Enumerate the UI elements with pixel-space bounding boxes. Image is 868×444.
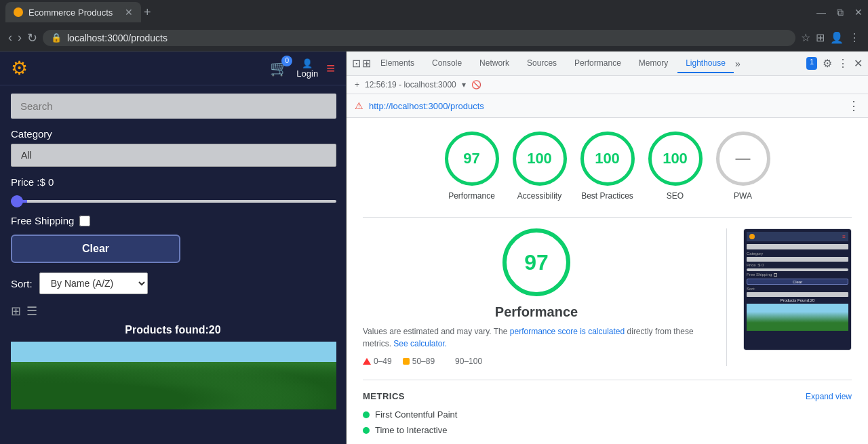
devtools-close-icon[interactable]: ✕	[854, 57, 863, 70]
score-performance: 97 Performance	[445, 132, 499, 201]
main-content: ⚙ 🛒 0 👤 Login ≡ Category All Pri	[0, 52, 868, 444]
sort-select[interactable]: By Name (A/Z)	[39, 273, 148, 294]
thumb-search	[747, 244, 848, 249]
back-button[interactable]: ‹	[8, 31, 12, 45]
grid-view-icon[interactable]: ⊞	[11, 304, 21, 319]
close-button[interactable]: ✕	[854, 7, 863, 18]
menu-icon[interactable]: ⋮	[849, 31, 860, 44]
perf-link-2: See calculator.	[393, 339, 447, 348]
metric-tti-label: Time to Interactive	[375, 425, 447, 435]
bookmark-icon[interactable]: ☆	[801, 31, 810, 44]
expand-button[interactable]: Expand view	[806, 392, 852, 401]
new-tab-button[interactable]: +	[144, 5, 151, 20]
lighthouse-add-icon[interactable]: +	[355, 80, 359, 89]
forward-button[interactable]: ›	[18, 31, 22, 45]
clear-button[interactable]: Clear	[11, 235, 180, 263]
perf-score-large: 97	[524, 250, 549, 275]
score-label-best-practices: Best Practices	[581, 191, 633, 201]
hamburger-menu[interactable]: ≡	[326, 60, 335, 77]
cart-badge: 0	[281, 56, 292, 66]
lighthouse-more-icon[interactable]: ⋮	[848, 98, 860, 113]
category-select[interactable]: All	[11, 144, 336, 167]
thumb-logo	[749, 234, 755, 239]
lighthouse-toolbar: + 12:56:19 - localhost:3000 ▾ 🚫	[347, 76, 868, 94]
tab-elements[interactable]: Elements	[372, 54, 422, 73]
devtools-more-icon[interactable]: ⋮	[837, 57, 848, 70]
product-image	[11, 342, 336, 409]
thumb-category: Category	[747, 251, 848, 256]
score-circle-accessibility: 100	[513, 132, 567, 186]
tab-network[interactable]: Network	[471, 54, 517, 73]
browser-window: Ecommerce Products ✕ + — ⧉ ✕ ‹ › ↻ 🔒 loc…	[0, 0, 868, 52]
url-bar[interactable]: 🔒 localhost:3000/products	[43, 30, 795, 46]
thumbnail-content: ≡ Category Price :$ 0 Free Shipping Clea…	[744, 229, 851, 350]
thumb-slider	[747, 268, 848, 271]
devtools-icons: 1 ⚙ ⋮ ✕	[806, 57, 863, 70]
shipping-row: Free Shipping	[11, 215, 335, 226]
legend-row: 0–49 50–89 90–100	[363, 357, 710, 366]
settings-icon[interactable]: ⚙	[823, 57, 832, 70]
score-value-best-practices: 100	[595, 150, 620, 167]
thumb-shipping: Free Shipping	[747, 273, 848, 277]
scores-row: 97 Performance 100 Accessibility 100 Bes…	[363, 132, 852, 201]
legend-fail: 0–49	[363, 357, 392, 366]
login-button[interactable]: 👤 Login	[296, 58, 318, 79]
browser-tab-ecommerce[interactable]: Ecommerce Products ✕	[5, 2, 141, 22]
search-input[interactable]	[11, 94, 336, 119]
tab-lighthouse[interactable]: Lighthouse	[677, 54, 734, 73]
site-panel: ⚙ 🛒 0 👤 Login ≡ Category All Pri	[0, 52, 346, 444]
free-shipping-checkbox[interactable]	[79, 216, 90, 226]
devtools-undock-icon[interactable]: ⊞	[362, 57, 371, 70]
perf-score-link[interactable]: performance score is calculated	[510, 327, 625, 336]
tab-performance[interactable]: Performance	[566, 54, 629, 73]
price-label: Price :$ 0	[11, 176, 335, 188]
category-label: Category	[11, 128, 335, 140]
lighthouse-url-text: http://localhost:3000/products	[369, 101, 484, 111]
score-value-seo: 100	[663, 150, 688, 167]
reload-button[interactable]: ↻	[27, 31, 37, 45]
perf-desc: Values are estimated and may vary. The p…	[363, 325, 710, 350]
forest-scene	[11, 342, 336, 409]
perf-desc-start: Values are estimated and may vary. The	[363, 327, 510, 336]
score-accessibility: 100 Accessibility	[513, 132, 567, 201]
tab-close-button[interactable]: ✕	[125, 7, 133, 18]
tab-title: Ecommerce Products	[28, 7, 113, 18]
score-pwa: — PWA	[716, 132, 770, 201]
lighthouse-content: 97 Performance 100 Accessibility 100 Bes…	[347, 118, 868, 444]
perf-detail: 97 Performance Values are estimated and …	[363, 228, 852, 366]
metric-fcp-dot	[363, 411, 370, 418]
more-tabs-icon[interactable]: »	[735, 58, 741, 69]
shipping-label: Free Shipping	[11, 215, 74, 226]
legend-fail-icon	[363, 358, 371, 365]
perf-title: Performance	[363, 304, 710, 320]
calculator-link[interactable]: See calculator.	[393, 339, 447, 348]
list-view-icon[interactable]: ☰	[26, 304, 37, 319]
metric-fcp: First Contentful Paint	[363, 409, 852, 420]
extensions-icon[interactable]: ⊞	[816, 31, 825, 44]
price-slider[interactable]	[11, 200, 336, 203]
minimize-button[interactable]: —	[816, 7, 826, 18]
products-found: Products found:20	[11, 324, 335, 336]
cart-icon[interactable]: 🛒 0	[270, 60, 288, 77]
score-label-performance: Performance	[448, 191, 495, 201]
view-icons: ⊞ ☰	[11, 304, 335, 319]
url-text: localhost:3000/products	[67, 33, 167, 43]
session-dropdown-icon[interactable]: ▾	[462, 80, 466, 89]
score-best-practices: 100 Best Practices	[580, 132, 635, 201]
legend-fail-label: 0–49	[374, 357, 392, 366]
profile-icon[interactable]: 👤	[830, 31, 844, 44]
session-label: 12:56:19 - localhost:3000	[365, 80, 456, 89]
perf-circle-large: 97	[502, 228, 570, 296]
notification-badge: 1	[806, 57, 817, 70]
tab-console[interactable]: Console	[424, 54, 470, 73]
tab-memory[interactable]: Memory	[631, 54, 676, 73]
maximize-button[interactable]: ⧉	[837, 7, 844, 18]
tab-favicon	[14, 7, 23, 17]
sort-row: Sort: By Name (A/Z)	[11, 273, 335, 294]
metric-fcp-label: First Contentful Paint	[375, 409, 457, 420]
devtools-dock-icon[interactable]: ⊡	[352, 57, 361, 70]
perf-left: 97 Performance Values are estimated and …	[363, 228, 710, 366]
metrics-header: METRICS Expand view	[363, 391, 852, 401]
tab-sources[interactable]: Sources	[519, 54, 565, 73]
score-label-pwa: PWA	[734, 191, 752, 201]
